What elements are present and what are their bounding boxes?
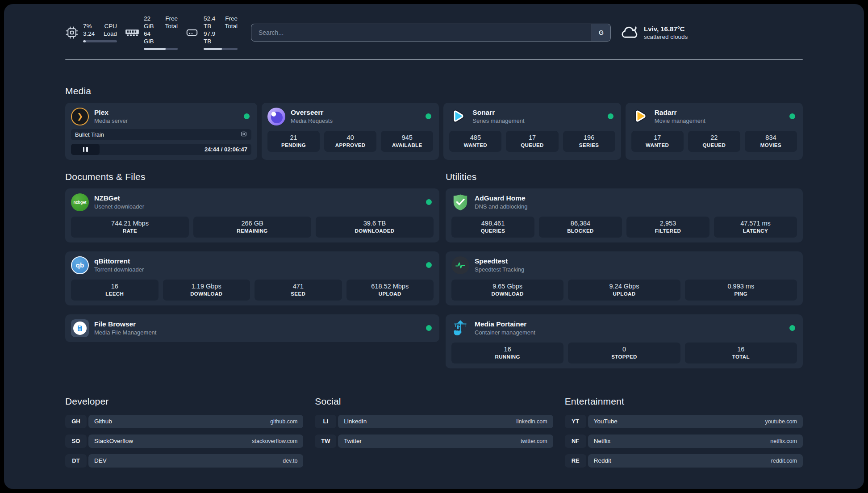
disk-free: 52.4 TB [204, 15, 218, 30]
pause-button[interactable] [71, 144, 100, 155]
ram-free: 22 GiB [144, 15, 159, 30]
now-playing-title: Bullet Train [75, 131, 104, 138]
status-dot-online [426, 113, 431, 119]
section-title-entertainment: Entertainment [565, 396, 803, 407]
stat-pill: 86,384BLOCKED [539, 217, 622, 238]
cpu-progress-bar [83, 40, 117, 42]
search-engine-button[interactable]: G [592, 24, 610, 41]
ram-stat: 22 GiB64 GiB FreeTotal [125, 15, 175, 50]
link-tag: GH [65, 415, 87, 428]
plex-card[interactable]: ❯ Plex Media server Bullet Train 24:44 /… [65, 103, 257, 160]
weather-condition: scattered clouds [644, 33, 688, 41]
stat-pill: 834MOVIES [745, 131, 797, 152]
nzbget-icon: nzbget [71, 193, 89, 211]
stat-pill: 2,953FILTERED [626, 217, 709, 238]
section-title-documents: Documents & Files [65, 171, 439, 182]
stat-pill: 744.21 MbpsRATE [71, 217, 189, 238]
weather-location-temp: Lviv, 16.87°C [644, 25, 688, 33]
status-dot-online [789, 113, 795, 119]
entertainment-links-section: Entertainment YT YouTubeyoutube.com NF N… [565, 396, 803, 468]
storage-stat: 52.4 TB97.9 TB FreeTotal [185, 15, 235, 50]
qbittorrent-card[interactable]: qb qBittorrent Torrent downloader 16LEEC… [65, 251, 439, 305]
stat-pill: 945AVAILABLE [381, 131, 433, 152]
stat-pill: 471SEED [255, 280, 342, 301]
link-dev-to[interactable]: DT DEVdev.to [65, 454, 303, 468]
stat-pill: 618.52 MbpsUPLOAD [346, 280, 434, 301]
section-title-utilities: Utilities [446, 171, 803, 182]
link-github[interactable]: GH Githubgithub.com [65, 415, 303, 428]
sonarr-card[interactable]: Sonarr Series management 485WANTED 17QUE… [443, 103, 621, 160]
status-dot-online [789, 325, 795, 331]
link-linkedin[interactable]: LI LinkedInlinkedin.com [315, 415, 553, 428]
status-dot-online [426, 325, 432, 331]
now-playing-row: Bullet Train [71, 129, 251, 140]
cloud-icon [621, 24, 638, 41]
link-tag: SO [65, 435, 87, 448]
ram-total: 64 GiB [144, 30, 159, 45]
stat-pill: 40APPROVED [324, 131, 376, 152]
cpu-load: 3.24 [83, 30, 95, 38]
media-section: ❯ Plex Media server Bullet Train 24:44 /… [65, 103, 803, 160]
search-input[interactable] [251, 24, 611, 42]
speedtest-icon [451, 256, 469, 274]
link-twitter[interactable]: TW Twittertwitter.com [315, 435, 553, 448]
cpu-stat: 7%3.24 CPULoad [65, 22, 115, 42]
speedtest-card[interactable]: Speedtest Speedtest Tracking 9.65 GbpsDO… [446, 251, 803, 305]
stat-pill: 21PENDING [267, 131, 320, 152]
portainer-card[interactable]: Media Portainer Container management 16R… [446, 314, 803, 368]
overseerr-card[interactable]: Overseerr Media Requests 21PENDING 40APP… [262, 103, 439, 160]
app-subtitle: Media server [94, 117, 238, 125]
stat-pill: 17WANTED [631, 131, 684, 152]
adguard-icon [451, 193, 469, 211]
adguard-card[interactable]: AdGuard Home DNS and adblocking 498,461Q… [446, 188, 803, 242]
app-name: Plex [94, 108, 238, 117]
stat-pill: 9.24 GbpsUPLOAD [568, 280, 680, 301]
link-youtube[interactable]: YT YouTubeyoutube.com [565, 415, 803, 428]
stat-pill: 16LEECH [71, 280, 159, 301]
documents-files-section: Documents & Files nzbget NZBGet Usenet d… [65, 171, 439, 368]
link-tag: LI [315, 415, 336, 428]
link-netflix[interactable]: NF Netflixnetflix.com [565, 435, 803, 448]
status-dot-online [426, 262, 432, 268]
filebrowser-card[interactable]: File Browser Media File Management [65, 314, 439, 342]
link-tag: TW [315, 435, 336, 448]
disk-total: 97.9 TB [204, 30, 218, 45]
player-progress-row: 24:44 / 02:06:47 [71, 144, 251, 155]
radarr-card[interactable]: Radarr Movie management 17WANTED 22QUEUE… [626, 103, 803, 160]
status-dot-online [244, 113, 250, 119]
filebrowser-icon [71, 319, 89, 337]
search-bar: G [251, 24, 611, 42]
disk-progress-bar [204, 48, 238, 50]
stat-pill: 9.65 GbpsDOWNLOAD [451, 280, 563, 301]
dashboard: 7%3.24 CPULoad 22 GiB64 GiB FreeTotal [4, 4, 864, 489]
stat-pill: 39.6 TBDOWNLOADED [316, 217, 434, 238]
social-links-section: Social LI LinkedInlinkedin.com TW Twitte… [315, 396, 553, 468]
overseerr-icon [267, 108, 285, 125]
section-title-media: Media [65, 86, 803, 96]
stat-pill: 1.19 GbpsDOWNLOAD [163, 280, 250, 301]
stat-pill: 47.571 msLATENCY [714, 217, 797, 238]
section-title-developer: Developer [65, 396, 303, 407]
stat-pill: 498,461QUERIES [451, 217, 534, 238]
stat-pill: 485WANTED [449, 131, 501, 152]
link-tag: DT [65, 454, 87, 468]
top-bar: 7%3.24 CPULoad 22 GiB64 GiB FreeTotal [65, 4, 803, 50]
nzbget-card[interactable]: nzbget NZBGet Usenet downloader 744.21 M… [65, 188, 439, 242]
ram-progress-bar [144, 48, 178, 50]
status-dot-online [426, 199, 432, 205]
stat-pill: 0.993 msPING [685, 280, 797, 301]
ram-icon [125, 27, 139, 38]
cpu-usage: 7% [83, 22, 95, 30]
link-reddit[interactable]: RE Redditreddit.com [565, 454, 803, 468]
header-divider [65, 59, 803, 60]
weather-widget: Lviv, 16.87°C scattered clouds [621, 24, 688, 41]
session-info-icon[interactable] [240, 130, 247, 139]
sonarr-icon [449, 108, 467, 125]
stat-pill: 16TOTAL [685, 343, 797, 363]
portainer-icon [451, 319, 469, 337]
developer-links-section: Developer GH Githubgithub.com SO StackOv… [65, 396, 303, 468]
link-stackoverflow[interactable]: SO StackOverflowstackoverflow.com [65, 435, 303, 448]
radarr-icon [631, 108, 649, 125]
cpu-icon [65, 26, 79, 39]
utilities-section: Utilities AdGuard Home DNS and adblockin… [446, 171, 803, 368]
